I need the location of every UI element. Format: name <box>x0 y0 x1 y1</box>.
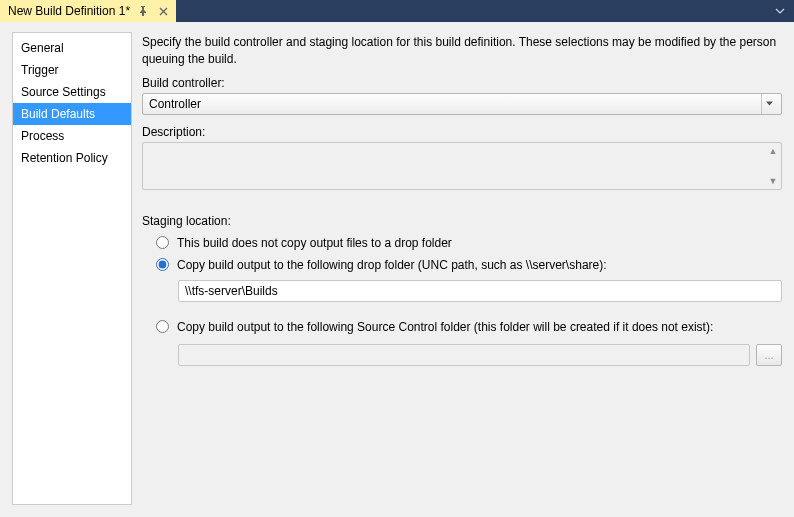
intro-text: Specify the build controller and staging… <box>142 34 782 68</box>
description-label: Description: <box>142 125 782 139</box>
radio-no-copy-label[interactable]: This build does not copy output files to… <box>177 236 452 250</box>
document-tab[interactable]: New Build Definition 1* <box>0 0 176 22</box>
description-field-wrap: ▲ ▼ <box>142 142 782 190</box>
unc-path-input[interactable] <box>178 280 782 302</box>
radio-row-no-copy: This build does not copy output files to… <box>156 236 782 250</box>
content-area: General Trigger Source Settings Build De… <box>0 22 794 517</box>
description-textarea[interactable] <box>142 142 782 190</box>
window-menu-icon[interactable] <box>772 3 788 19</box>
build-controller-label: Build controller: <box>142 76 782 90</box>
titlebar: New Build Definition 1* <box>0 0 794 22</box>
titlebar-right <box>772 0 794 22</box>
titlebar-spacer <box>176 0 772 22</box>
scroll-down-icon[interactable]: ▼ <box>766 174 780 188</box>
radio-no-copy[interactable] <box>156 236 169 249</box>
sidebar-item-source-settings[interactable]: Source Settings <box>13 81 131 103</box>
build-controller-dropdown[interactable]: Controller <box>142 93 782 115</box>
scroll-up-icon[interactable]: ▲ <box>766 144 780 158</box>
radio-row-unc: Copy build output to the following drop … <box>156 258 782 272</box>
close-icon[interactable] <box>156 4 170 18</box>
radio-row-scc: Copy build output to the following Sourc… <box>156 320 782 334</box>
sidebar-item-retention-policy[interactable]: Retention Policy <box>13 147 131 169</box>
staging-location-label: Staging location: <box>142 214 782 228</box>
unc-path-row <box>178 280 782 302</box>
main-panel: Specify the build controller and staging… <box>142 32 782 505</box>
sidebar-item-trigger[interactable]: Trigger <box>13 59 131 81</box>
radio-unc[interactable] <box>156 258 169 271</box>
radio-scc[interactable] <box>156 320 169 333</box>
browse-button: ... <box>756 344 782 366</box>
sidebar-item-process[interactable]: Process <box>13 125 131 147</box>
scc-path-input <box>178 344 750 366</box>
radio-unc-label[interactable]: Copy build output to the following drop … <box>177 258 607 272</box>
radio-scc-label[interactable]: Copy build output to the following Sourc… <box>177 320 713 334</box>
chevron-down-icon <box>761 94 777 114</box>
build-controller-value: Controller <box>149 97 761 111</box>
pin-icon[interactable] <box>136 4 150 18</box>
sidebar-item-build-defaults[interactable]: Build Defaults <box>13 103 131 125</box>
scc-path-row: ... <box>178 344 782 366</box>
document-tab-label: New Build Definition 1* <box>8 4 130 18</box>
sidebar: General Trigger Source Settings Build De… <box>12 32 132 505</box>
sidebar-item-general[interactable]: General <box>13 37 131 59</box>
